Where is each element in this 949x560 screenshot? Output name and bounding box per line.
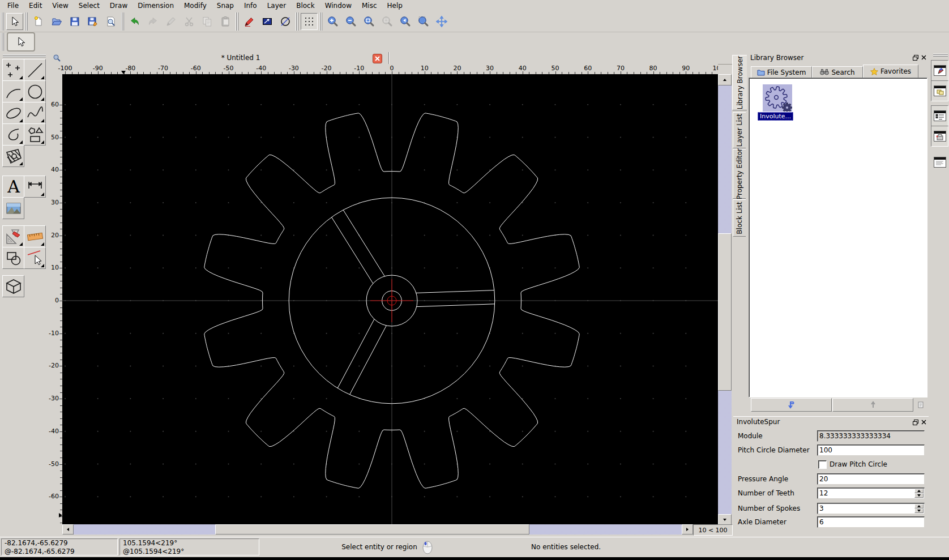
- undo-button[interactable]: [126, 13, 143, 30]
- spin-up-button[interactable]: [914, 489, 924, 493]
- paste-button[interactable]: [217, 13, 234, 30]
- axle-diameter-input[interactable]: 6: [817, 516, 925, 528]
- cut-button[interactable]: [181, 13, 198, 30]
- ellipse-none-button[interactable]: [277, 13, 294, 30]
- text-tool[interactable]: A: [2, 176, 24, 198]
- print-preview-button[interactable]: [102, 13, 119, 30]
- save-button[interactable]: [66, 13, 83, 30]
- arc-tool[interactable]: [2, 80, 24, 102]
- library-tab-search[interactable]: Search: [812, 66, 863, 78]
- spinner-control[interactable]: [914, 504, 924, 513]
- library-item-label[interactable]: Involute...: [758, 112, 793, 121]
- menu-snap[interactable]: Snap: [212, 1, 239, 11]
- hatch-tool[interactable]: [2, 145, 24, 167]
- zoom-previous-button[interactable]: [397, 13, 414, 30]
- side-tab-property-editor[interactable]: Property Editor: [733, 149, 746, 199]
- library-browser-titlebar[interactable]: Library Browser: [747, 52, 929, 63]
- dock-plot-window-button[interactable]: [931, 126, 948, 147]
- scroll-right-button[interactable]: [682, 524, 693, 535]
- library-tab-file-system[interactable]: File System: [751, 66, 812, 78]
- selection-pointer-button[interactable]: [7, 32, 35, 52]
- redo-button[interactable]: [144, 13, 161, 30]
- small-paste-button[interactable]: [915, 399, 926, 411]
- menu-window[interactable]: Window: [320, 1, 357, 11]
- vertical-scrollbar-thumb[interactable]: [718, 233, 732, 391]
- polyline-tool[interactable]: [2, 123, 24, 146]
- menu-modify[interactable]: Modify: [179, 1, 212, 11]
- document-close-button[interactable]: [373, 54, 382, 63]
- vertical-scrollbar[interactable]: [718, 74, 732, 524]
- menu-misc[interactable]: Misc: [357, 1, 382, 11]
- spline-tool[interactable]: [24, 102, 46, 124]
- number-of-teeth-input[interactable]: 12: [817, 488, 925, 499]
- select-tool[interactable]: [24, 247, 46, 269]
- menu-edit[interactable]: Edit: [24, 1, 47, 11]
- iso-view-tool[interactable]: [2, 275, 24, 297]
- save-as-button[interactable]: [84, 13, 101, 30]
- zoom-pan-button[interactable]: [433, 13, 450, 30]
- panel-float-button[interactable]: [912, 54, 919, 61]
- block-tool[interactable]: [2, 247, 24, 269]
- library-item-list[interactable]: Involute...: [749, 78, 927, 397]
- measure-tool[interactable]: [24, 225, 46, 247]
- menu-file[interactable]: File: [2, 1, 24, 11]
- pressure-angle-input[interactable]: 20: [817, 473, 925, 485]
- side-tab-layer-list[interactable]: Layer List: [733, 112, 746, 148]
- involute-close-button[interactable]: [920, 418, 927, 426]
- spin-down-button[interactable]: [914, 508, 924, 513]
- horizontal-scrollbar[interactable]: [62, 524, 692, 535]
- dock-toolbar-handle[interactable]: [933, 54, 948, 57]
- scroll-left-button[interactable]: [62, 524, 74, 535]
- ellipse-tool[interactable]: [2, 102, 24, 124]
- document-tab-title[interactable]: * Untitled 1: [116, 54, 365, 62]
- library-tab-favorites[interactable]: Favorites: [863, 65, 918, 78]
- menu-layer[interactable]: Layer: [262, 1, 291, 11]
- circle-tool[interactable]: [24, 80, 46, 102]
- modify-tool[interactable]: [2, 225, 24, 247]
- side-tab-library-browser[interactable]: Library Browser: [732, 55, 747, 110]
- scroll-up-button[interactable]: [718, 74, 732, 86]
- dock-list-window-button[interactable]: [931, 105, 948, 126]
- toolbar-group-handle[interactable]: [236, 12, 239, 31]
- side-tab-block-list[interactable]: Block List: [733, 199, 746, 237]
- library-item-thumbnail[interactable]: [763, 84, 792, 112]
- insert-item-button[interactable]: [751, 398, 832, 412]
- dimension-tool[interactable]: [24, 176, 46, 198]
- checkbox-label[interactable]: Draw Pitch Circle: [830, 460, 887, 468]
- refresh-list-button[interactable]: [832, 398, 913, 412]
- menu-help[interactable]: Help: [382, 1, 408, 11]
- zoom-window-button[interactable]: [415, 13, 432, 30]
- toolbar-group-handle[interactable]: [25, 12, 28, 31]
- spinner-control[interactable]: [914, 489, 924, 498]
- dock-pen-window-button[interactable]: [931, 60, 948, 81]
- menu-block[interactable]: Block: [291, 1, 319, 11]
- horizontal-scrollbar-thumb[interactable]: [215, 524, 529, 535]
- menu-select[interactable]: Select: [74, 1, 105, 11]
- select-window-button[interactable]: [259, 13, 276, 30]
- image-tool[interactable]: [2, 197, 24, 219]
- toolbar-group-handle[interactable]: [121, 12, 125, 31]
- menu-view[interactable]: View: [47, 1, 73, 11]
- toolbar-group-handle[interactable]: [319, 12, 323, 31]
- zoom-current-button[interactable]: [379, 13, 396, 30]
- involute-float-button[interactable]: [912, 418, 919, 426]
- scroll-down-button[interactable]: [718, 514, 732, 525]
- drawing-canvas[interactable]: [62, 74, 718, 524]
- module-input[interactable]: 8.333333333333334: [817, 430, 925, 442]
- polygon-tool[interactable]: [24, 123, 46, 146]
- pointer-button[interactable]: [6, 13, 23, 30]
- palette-drag-handle[interactable]: [3, 54, 46, 58]
- dock-text-window-button[interactable]: [931, 152, 948, 173]
- pen-edit-button[interactable]: [241, 13, 258, 30]
- number-of-spokes-input[interactable]: 3: [817, 503, 925, 514]
- toolbar-drag-handle[interactable]: [1, 33, 5, 51]
- spin-up-button[interactable]: [914, 504, 924, 508]
- toolbar-group-handle[interactable]: [296, 12, 299, 31]
- spin-down-button[interactable]: [914, 493, 924, 498]
- zoom-in-button[interactable]: [324, 13, 341, 30]
- zoom-out-button[interactable]: [343, 13, 360, 30]
- line-tool[interactable]: [24, 59, 46, 81]
- grid-toggle-button[interactable]: [301, 13, 318, 30]
- menu-info[interactable]: Info: [239, 1, 262, 11]
- menu-draw[interactable]: Draw: [105, 1, 132, 11]
